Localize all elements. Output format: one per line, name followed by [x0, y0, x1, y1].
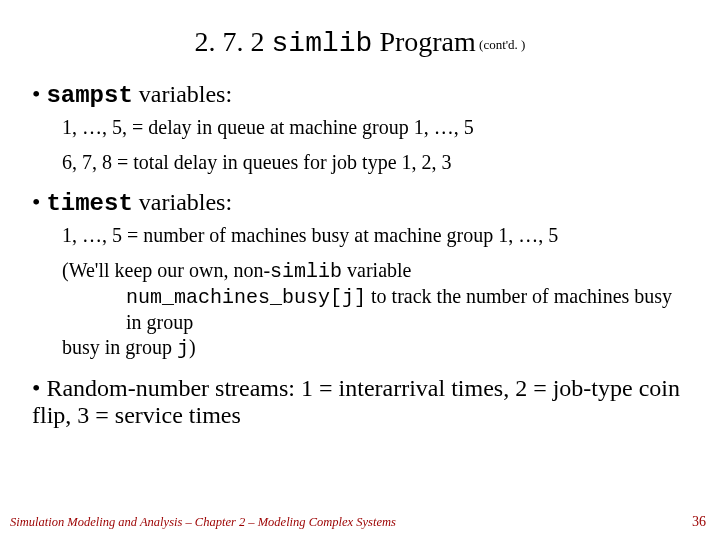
timest-line2: (We'll keep our own, non-simlib variable…	[62, 258, 692, 361]
sampst-line2: 6, 7, 8 = total delay in queues for job …	[62, 150, 692, 175]
random-text: Random-number streams: 1 = interarrival …	[32, 375, 680, 428]
timest-label: variables:	[133, 189, 232, 215]
sampst-code: sampst	[46, 82, 132, 109]
sampst-label: variables:	[133, 81, 232, 107]
timest-l2d: )	[189, 336, 196, 358]
timest-l2-code3: j	[177, 337, 189, 360]
title-section: 2. 7. 2	[195, 26, 272, 57]
footer-text: Simulation Modeling and Analysis – Chapt…	[10, 515, 396, 530]
title-contd: (cont'd. )	[476, 37, 526, 52]
timest-code: timest	[46, 190, 132, 217]
bullet-list-3: Random-number streams: 1 = interarrival …	[28, 375, 692, 429]
timest-l2b: variable	[342, 259, 411, 281]
slide-title: 2. 7. 2 simlib Program (cont'd. )	[28, 26, 692, 59]
timest-l2-code2: num_machines_busy[j]	[126, 286, 366, 309]
page-number: 36	[692, 514, 706, 530]
timest-line1: 1, …, 5 = number of machines busy at mac…	[62, 223, 692, 248]
bullet-sampst: sampst variables:	[32, 81, 692, 109]
timest-l2a: (We'll keep our own, non-	[62, 259, 270, 281]
bullet-list: sampst variables:	[28, 81, 692, 109]
bullet-list-2: timest variables:	[28, 189, 692, 217]
title-rest: Program	[372, 26, 475, 57]
sampst-line1: 1, …, 5, = delay in queue at machine gro…	[62, 115, 692, 140]
timest-l2-code1: simlib	[270, 260, 342, 283]
timest-l2-tail: busy in group	[62, 336, 177, 358]
title-code: simlib	[272, 28, 373, 59]
bullet-random: Random-number streams: 1 = interarrival …	[32, 375, 692, 429]
bullet-timest: timest variables:	[32, 189, 692, 217]
